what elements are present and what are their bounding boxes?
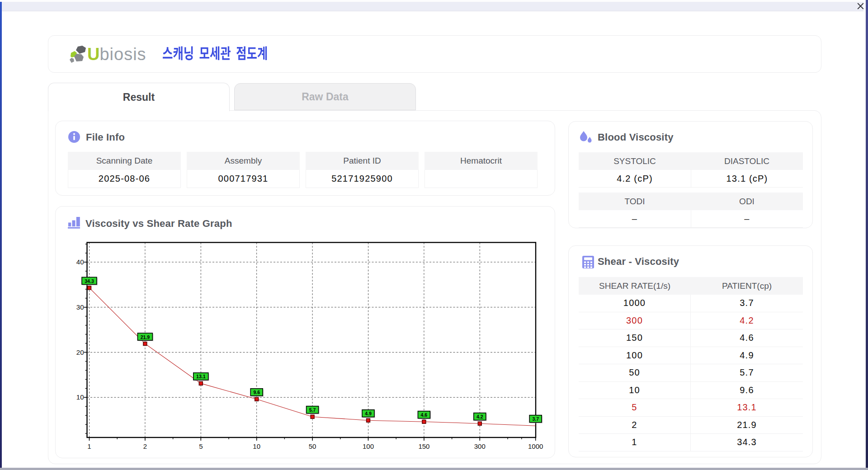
svg-text:3.7: 3.7 <box>532 416 539 422</box>
svg-text:150: 150 <box>418 442 429 450</box>
svg-text:34.3: 34.3 <box>85 278 94 284</box>
svg-text:1000: 1000 <box>528 442 543 450</box>
svg-text:9.6: 9.6 <box>253 390 260 395</box>
svg-text:5.7: 5.7 <box>309 407 316 413</box>
svg-text:4.2: 4.2 <box>476 414 483 419</box>
svg-text:30: 30 <box>76 303 84 311</box>
svg-text:21.9: 21.9 <box>141 334 150 340</box>
svg-text:300: 300 <box>474 442 486 450</box>
svg-text:100: 100 <box>363 442 374 450</box>
svg-text:20: 20 <box>76 348 84 356</box>
svg-text:13.1: 13.1 <box>196 374 206 379</box>
svg-text:50: 50 <box>309 442 316 450</box>
svg-text:40: 40 <box>76 258 84 266</box>
svg-text:10: 10 <box>253 442 260 450</box>
svg-text:1: 1 <box>87 442 91 450</box>
svg-text:4.6: 4.6 <box>421 412 428 418</box>
svg-text:4.9: 4.9 <box>365 411 372 416</box>
svg-text:10: 10 <box>76 393 84 401</box>
svg-text:5: 5 <box>199 442 203 450</box>
svg-text:2: 2 <box>143 442 147 450</box>
